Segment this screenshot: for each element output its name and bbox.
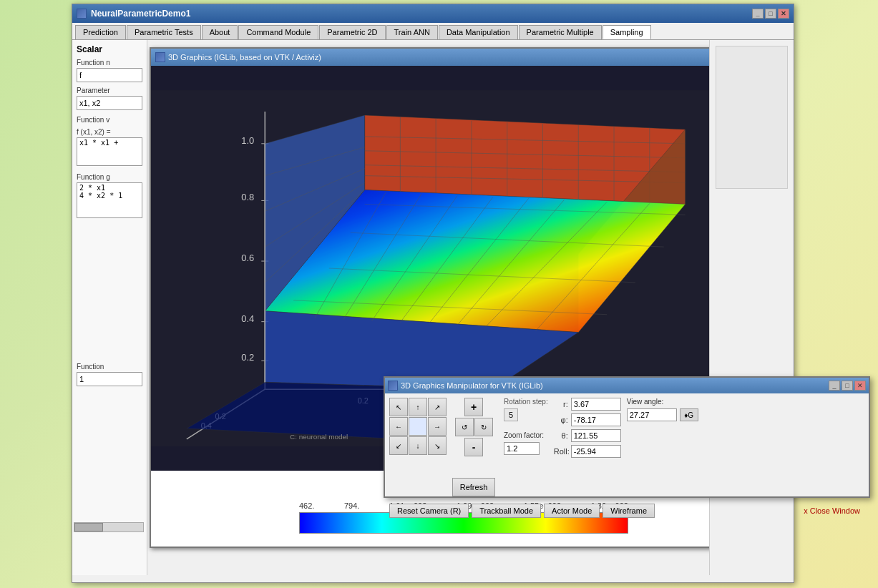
nav-up[interactable]: ↑ (409, 398, 427, 416)
function-gradient-section: Function g (77, 173, 142, 220)
nav-buttons: ↖ ↑ ↗ ← → ↙ ↓ ↘ (389, 398, 447, 496)
manip-content: ↖ ↑ ↗ ← → ↙ ↓ ↘ + ↺ ↻ (385, 393, 869, 501)
graphics-title-bar: 3D Graphics (IGLib, based on VTK / Activ… (151, 49, 776, 66)
nav-downleft[interactable]: ↙ (389, 436, 408, 455)
app-icon (77, 9, 87, 19)
action-buttons: Reset Camera (R) Trackball Mode Actor Mo… (385, 501, 869, 521)
svg-text:0.6: 0.6 (241, 253, 254, 263)
parameter-label: Parameter (77, 87, 142, 94)
roll-row: Roll: (554, 445, 621, 458)
nav-left[interactable]: ← (389, 417, 408, 436)
title-bar-controls: _ □ ✕ (752, 9, 789, 19)
manip-close[interactable]: ✕ (854, 381, 866, 391)
view-angle-row: View angle: (627, 398, 698, 406)
r-label: r: (554, 400, 568, 408)
graphics-icon (155, 52, 165, 62)
manip-icon (388, 381, 398, 391)
phi-input[interactable] (571, 413, 621, 426)
nav-downright[interactable]: ↘ (428, 436, 447, 455)
zoom-factor-label: Zoom factor: (504, 431, 548, 439)
nav-right[interactable]: → (428, 417, 447, 436)
function-value-section: Function v f (x1, x2) = x1 * x1 + (77, 116, 142, 167)
main-window: NeuralParametricDemo1 _ □ ✕ Prediction P… (72, 4, 794, 583)
content-area: Scalar Function n Parameter Function v f… (72, 40, 794, 575)
function-name-label: Function n (77, 59, 142, 67)
minimize-button[interactable]: _ (752, 9, 764, 19)
trackball-mode-button[interactable]: Trackball Mode (472, 504, 541, 518)
svg-text:0.2: 0.2 (241, 352, 254, 363)
panel-title: Scalar (77, 44, 142, 54)
manipulator-window: 3D Graphics Manipulator for VTK (IGLib) … (384, 376, 870, 498)
close-button[interactable]: ✕ (778, 9, 789, 19)
left-panel: Scalar Function n Parameter Function v f… (72, 40, 147, 575)
rotate-cw[interactable]: ↻ (474, 418, 493, 436)
function-gradient-input[interactable] (77, 182, 142, 218)
legend-val-0: 462. (299, 501, 314, 510)
manip-title: 3D Graphics Manipulator for VTK (IGLib) (401, 381, 543, 390)
manip-title-bar: 3D Graphics Manipulator for VTK (IGLib) … (385, 378, 869, 393)
close-window-link[interactable]: x Close Window (799, 504, 864, 517)
rotation-step-label: Rotation step: (504, 398, 548, 406)
view-angle-button[interactable]: ♦G (680, 408, 698, 421)
parameter-input[interactable] (77, 96, 142, 110)
rotate-ccw[interactable]: ↺ (455, 418, 474, 436)
theta-row: θ: (554, 429, 621, 442)
zoom-out-button[interactable]: - (464, 438, 483, 456)
function-formula-input[interactable]: x1 * x1 + (77, 137, 142, 166)
phi-row: φ: (554, 413, 621, 426)
param-section: r: φ: θ: Roll: (554, 398, 621, 496)
manip-minimize[interactable]: _ (829, 381, 840, 391)
zoom-in-button[interactable]: + (464, 398, 483, 416)
zoom-section: + ↺ ↻ - Refresh (452, 398, 495, 496)
roll-input[interactable] (571, 445, 621, 458)
step-section: Rotation step: 5 Zoom factor: (504, 398, 548, 496)
app-title: NeuralParametricDemo1 (91, 9, 190, 19)
wireframe-button[interactable]: Wireframe (603, 504, 655, 518)
tab-data-manipulation[interactable]: Data Manipulation (439, 25, 518, 39)
zoom-factor-input[interactable] (504, 442, 540, 455)
theta-label: θ: (554, 431, 568, 440)
tab-parametric-tests[interactable]: Parametric Tests (127, 25, 201, 39)
roll-label: Roll: (554, 447, 568, 456)
nav-upleft[interactable]: ↖ (389, 398, 408, 416)
tab-about[interactable]: About (202, 25, 238, 39)
view-angle-input[interactable] (627, 408, 677, 421)
nav-down[interactable]: ↓ (409, 436, 427, 455)
refresh-button[interactable]: Refresh (452, 478, 495, 496)
r-row: r: (554, 398, 621, 411)
function-gradient-label: Function g (77, 173, 142, 181)
tab-prediction[interactable]: Prediction (75, 25, 126, 39)
theta-input[interactable] (571, 429, 621, 442)
manip-controls: _ □ ✕ (829, 381, 866, 391)
right-content (716, 46, 788, 189)
graphics-title: 3D Graphics (IGLib, based on VTK / Activ… (168, 53, 321, 62)
tab-train-ann[interactable]: Train ANN (386, 25, 438, 39)
title-bar: NeuralParametricDemo1 _ □ ✕ (72, 4, 794, 23)
function-name-input[interactable] (77, 68, 142, 82)
r-input[interactable] (571, 398, 621, 411)
view-angle-label: View angle: (627, 398, 684, 406)
manip-maximize[interactable]: □ (842, 381, 853, 391)
function-section: Function (77, 363, 142, 386)
tab-parametric-2d[interactable]: Parametric 2D (319, 25, 385, 39)
tab-sampling[interactable]: Sampling (603, 25, 651, 39)
maximize-button[interactable]: □ (765, 9, 776, 19)
rotation-step-box: 5 (504, 408, 518, 421)
function-section-input[interactable] (77, 372, 142, 386)
tab-parametric-multiple[interactable]: Parametric Multiple (519, 25, 602, 39)
svg-text:0.4: 0.4 (241, 313, 254, 324)
phi-label: φ: (554, 416, 568, 424)
tab-command-module[interactable]: Command Module (238, 25, 318, 39)
rotate-btns: ↺ ↻ (455, 418, 493, 436)
actor-mode-button[interactable]: Actor Mode (544, 504, 600, 518)
left-scrollbar[interactable] (74, 522, 144, 532)
function-formula-label: f (x1, x2) = (77, 128, 142, 136)
nav-center[interactable] (409, 417, 427, 436)
svg-text:0.8: 0.8 (241, 192, 254, 202)
tab-bar: Prediction Parametric Tests About Comman… (72, 23, 794, 40)
function-value-label: Function v (77, 116, 142, 124)
nav-upright[interactable]: ↗ (428, 398, 447, 416)
view-angle-value-row: ♦G (627, 408, 698, 421)
legend-val-1: 794. (344, 501, 359, 510)
reset-camera-button[interactable]: Reset Camera (R) (389, 504, 469, 518)
